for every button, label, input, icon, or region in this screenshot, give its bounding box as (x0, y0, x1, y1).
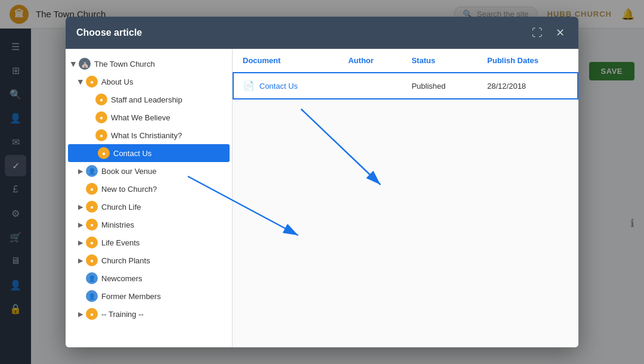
document-icon: 📄 (243, 80, 255, 91)
expand-arrow-book-venue: ▶ (78, 167, 83, 175)
tree-item-ministries[interactable]: ▶ ● Ministries (66, 216, 232, 234)
tree-item-new-church[interactable]: ● New to Church? (66, 180, 232, 198)
modal-header: Choose article ⛶ ✕ (66, 17, 578, 49)
expand-arrow-root: ▶ (70, 61, 78, 67)
tree-icon-newcomers: 👤 (86, 272, 98, 284)
tree-icon-about-us: ● (86, 76, 98, 88)
modal-body: ▶ ⛪ The Town Church ▶ ● About Us ● Staff… (66, 49, 578, 347)
tree-label-church-life: Church Life (101, 203, 141, 211)
table-header-row: Document Author Status Publish Dates (233, 49, 578, 73)
tree-icon-staff: ● (95, 94, 107, 105)
choose-article-modal: Choose article ⛶ ✕ ▶ ⛪ The Town Church ▶… (66, 17, 578, 347)
modal-header-actions: ⛶ ✕ (530, 25, 568, 41)
document-link[interactable]: Contact Us (259, 82, 298, 91)
content-panel: Document Author Status Publish Dates 📄 C… (233, 49, 578, 347)
doc-cell-name: 📄 Contact Us (243, 80, 329, 91)
tree-label-church-plants: Church Plants (101, 256, 150, 265)
tree-icon-book-venue: 👤 (86, 165, 98, 177)
tree-item-former-members[interactable]: 👤 Former Members (66, 287, 232, 305)
tree-icon-church-life: ● (86, 201, 98, 213)
modal-expand-button[interactable]: ⛶ (530, 25, 545, 41)
document-table: Document Author Status Publish Dates 📄 C… (233, 49, 578, 99)
tree-item-about-us[interactable]: ▶ ● About Us (66, 73, 232, 91)
tree-item-believe[interactable]: ● What We Believe (66, 108, 232, 126)
col-author: Author (339, 49, 402, 73)
tree-item-staff[interactable]: ● Staff and Leadership (66, 91, 232, 108)
tree-item-root[interactable]: ▶ ⛪ The Town Church (66, 55, 232, 73)
expand-arrow-ministries: ▶ (78, 221, 83, 229)
tree-label-former-members: Former Members (101, 292, 161, 301)
modal-title: Choose article (76, 27, 142, 38)
tree-label-new-church: New to Church? (101, 185, 157, 194)
tree-icon-christianity: ● (95, 129, 107, 141)
col-document: Document (233, 49, 339, 73)
modal-close-button[interactable]: ✕ (552, 25, 568, 41)
tree-label-believe: What We Believe (111, 113, 170, 122)
tree-label-about-us: About Us (101, 77, 133, 86)
table-cell-author (339, 73, 402, 99)
col-status: Status (402, 49, 478, 73)
tree-item-christianity[interactable]: ● What Is Christianity? (66, 126, 232, 144)
col-publish-dates: Publish Dates (478, 49, 578, 73)
tree-icon-training: ● (86, 308, 98, 320)
tree-item-church-life[interactable]: ▶ ● Church Life (66, 198, 232, 216)
tree-label-contact-us: Contact Us (113, 149, 151, 158)
tree-label-ministries: Ministries (101, 220, 134, 229)
expand-arrow-church-life: ▶ (78, 203, 83, 211)
tree-item-newcomers[interactable]: 👤 Newcomers (66, 269, 232, 287)
tree-item-training[interactable]: ▶ ● -- Training -- (66, 305, 232, 323)
tree-item-life-events[interactable]: ▶ ● Life Events (66, 234, 232, 251)
tree-panel: ▶ ⛪ The Town Church ▶ ● About Us ● Staff… (66, 49, 233, 347)
tree-icon-life-events: ● (86, 237, 98, 248)
tree-label-christianity: What Is Christianity? (111, 131, 182, 140)
tree-icon-believe: ● (95, 111, 107, 123)
tree-label-newcomers: Newcomers (101, 274, 143, 283)
tree-icon-former-members: 👤 (86, 290, 98, 302)
expand-arrow-life-events: ▶ (78, 239, 83, 247)
tree-icon-ministries: ● (86, 219, 98, 231)
table-row[interactable]: 📄 Contact Us Published 28/12/2018 (233, 73, 578, 99)
tree-item-book-venue[interactable]: ▶ 👤 Book our Venue (66, 162, 232, 180)
expand-arrow-church-plants: ▶ (78, 257, 83, 265)
tree-label-life-events: Life Events (101, 238, 140, 247)
tree-label-staff: Staff and Leadership (111, 95, 182, 104)
tree-item-church-plants[interactable]: ▶ ● Church Plants (66, 251, 232, 269)
tree-label-training: -- Training -- (101, 310, 144, 319)
table-cell-document: 📄 Contact Us (233, 73, 339, 99)
expand-arrow-training: ▶ (78, 310, 83, 318)
tree-icon-new-church: ● (86, 183, 98, 195)
table-cell-publish-dates: 28/12/2018 (478, 73, 578, 99)
tree-icon-church-plants: ● (86, 254, 98, 266)
tree-icon-contact-us: ● (98, 147, 110, 159)
tree-label-book-venue: Book our Venue (101, 167, 157, 176)
tree-label-root: The Town Church (94, 60, 155, 69)
tree-item-contact-us[interactable]: ● Contact Us (68, 144, 230, 162)
tree-icon-root: ⛪ (79, 58, 91, 70)
table-cell-status: Published (402, 73, 478, 99)
expand-arrow-about-us: ▶ (77, 79, 85, 85)
